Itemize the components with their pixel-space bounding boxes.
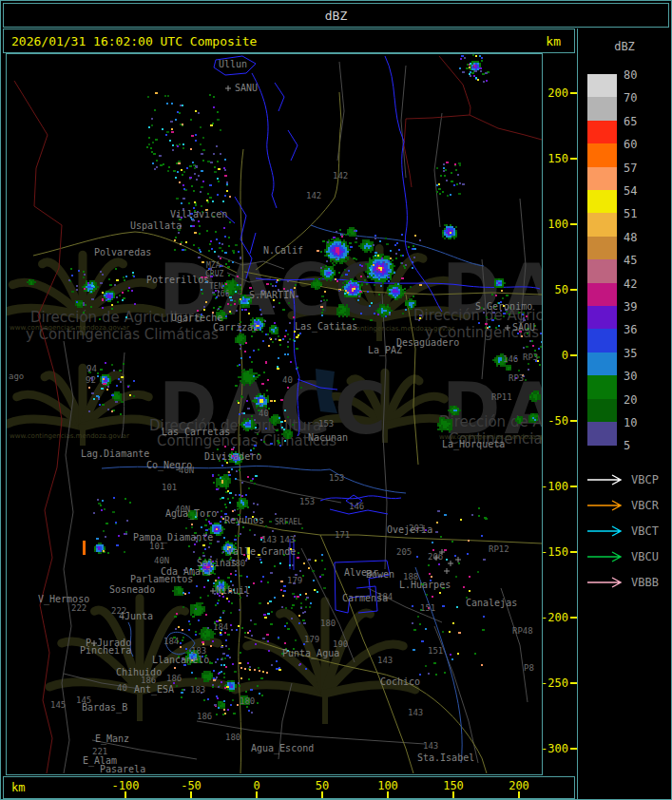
y-axis-tick bbox=[570, 617, 577, 619]
vector-legend-row: VBCU bbox=[586, 549, 671, 564]
x-axis-tick-label: 150 bbox=[443, 779, 464, 792]
dbz-scale-label: 54 bbox=[624, 184, 652, 198]
map-place-label: 180 bbox=[240, 696, 255, 706]
map-place-label: Ullun bbox=[219, 59, 247, 69]
station-marker-icon bbox=[448, 561, 453, 566]
map-place-label: 143 bbox=[377, 656, 393, 665]
vector-legend-row: VBCR bbox=[586, 498, 671, 513]
map-place-label: Uspallata bbox=[130, 220, 182, 231]
y-axis-tick bbox=[570, 682, 577, 684]
vector-arrow-icon bbox=[586, 576, 625, 589]
map-place-label: SRFAEL bbox=[275, 518, 302, 526]
map-line-feature bbox=[434, 113, 442, 227]
station-marker-icon bbox=[444, 568, 450, 574]
dbz-swatch bbox=[587, 97, 617, 121]
dbz-scale-label: 57 bbox=[624, 162, 652, 175]
map-place-label: Polvaredas bbox=[94, 247, 151, 257]
map-place-label: 40N bbox=[179, 466, 194, 475]
dbz-scale-label: 5 bbox=[624, 439, 652, 452]
map-place-label: Pasarela bbox=[100, 764, 145, 774]
watermark-url: www.contingencias.mendoza.gov.ar bbox=[10, 432, 129, 440]
dbz-swatch bbox=[587, 167, 617, 191]
x-axis-tick-label: -100 bbox=[112, 779, 140, 792]
map-place-label: 143 bbox=[408, 708, 423, 717]
map-place-label: Agua_Toro bbox=[165, 508, 217, 520]
x-axis-unit-label: km bbox=[11, 781, 25, 794]
y-axis-tick-label: -250 bbox=[541, 676, 568, 690]
station-marker-icon bbox=[455, 557, 461, 562]
legend-panel: dBZ 807065605754514845423936353020105 VB… bbox=[577, 29, 671, 799]
map-place-label: 146 bbox=[503, 354, 518, 364]
y-axis-tick bbox=[570, 354, 577, 356]
map-place-label: Potrerillos bbox=[146, 275, 209, 285]
map-line-feature bbox=[404, 56, 542, 187]
vector-arrow-icon bbox=[586, 473, 625, 486]
map-place-label: Carrizal bbox=[213, 322, 259, 333]
dbz-scale-label: 51 bbox=[624, 207, 652, 220]
map-place-label: Divisadero bbox=[204, 451, 261, 462]
map-line-feature bbox=[102, 466, 330, 470]
map-place-label: 142 bbox=[333, 171, 348, 181]
y-axis-tick-label: 200 bbox=[547, 86, 568, 100]
vector-label: VBCT bbox=[631, 524, 659, 538]
map-place-label: 222 bbox=[71, 603, 86, 613]
dbz-swatch bbox=[587, 283, 617, 307]
dbz-scale-label: 60 bbox=[624, 138, 652, 151]
map-place-label: SAOU bbox=[512, 322, 535, 333]
radar-map-canvas: DACCDACCDACCDACCDirección de Agricultura… bbox=[7, 54, 542, 774]
map-place-label: Ant_ESA bbox=[134, 684, 174, 695]
x-axis-tick bbox=[125, 791, 126, 798]
map-place-label: 180 bbox=[230, 559, 245, 568]
x-axis: km -100-50050100150200 bbox=[3, 776, 575, 799]
vector-label: VBBB bbox=[631, 576, 659, 589]
radar-map[interactable]: DACCDACCDACCDACCDirección de Agricultura… bbox=[6, 53, 543, 775]
y-axis-tick-label: 150 bbox=[547, 152, 568, 165]
map-place-label: 101 bbox=[162, 483, 177, 492]
x-axis-tick bbox=[387, 791, 389, 798]
vector-label: VBCP bbox=[631, 473, 659, 486]
dbz-scale-label: 20 bbox=[624, 393, 652, 407]
dbz-swatch bbox=[587, 352, 617, 376]
map-place-label: Las_Carretas bbox=[162, 427, 230, 438]
map-place-label: 186 bbox=[197, 712, 212, 721]
x-axis-tick bbox=[256, 791, 258, 798]
map-place-label: Nihuil bbox=[216, 585, 250, 596]
dbz-swatch bbox=[587, 121, 617, 144]
y-axis-tick bbox=[570, 92, 577, 94]
y-axis-unit-label: km bbox=[546, 34, 561, 48]
map-place-label: RP3 bbox=[509, 373, 524, 383]
x-axis-tick-label: 0 bbox=[253, 779, 259, 792]
map-place-label: 166 bbox=[216, 290, 230, 298]
y-axis-tick-label: -100 bbox=[541, 480, 568, 493]
map-place-label: 94 bbox=[86, 364, 97, 373]
map-line-feature bbox=[275, 83, 298, 161]
y-axis: 200150100500-50-100-150-200-250-300 bbox=[544, 53, 577, 775]
map-place-label: Bardas_B bbox=[82, 702, 127, 714]
map-place-label: Nacunan bbox=[308, 432, 348, 443]
y-axis-tick bbox=[570, 223, 577, 225]
map-line-feature bbox=[14, 81, 62, 773]
x-axis-tick-label: 50 bbox=[316, 779, 329, 792]
map-place-label: Reyunos bbox=[224, 515, 264, 525]
map-place-label: Bowen bbox=[366, 569, 394, 580]
y-axis-tick bbox=[570, 289, 577, 291]
map-place-label: 40N bbox=[154, 556, 169, 565]
map-place-label: 186 bbox=[166, 674, 182, 683]
y-axis-tick-label: -200 bbox=[541, 611, 568, 624]
dbz-swatch bbox=[587, 329, 617, 352]
vector-arrow-icon bbox=[586, 499, 625, 512]
map-place-label: Pampa_Diamante bbox=[133, 532, 213, 543]
map-place-label: SANU bbox=[235, 83, 258, 93]
dbz-swatch bbox=[587, 306, 617, 330]
map-place-label: 40 bbox=[117, 683, 127, 693]
map-place-label: Lag.Diamante bbox=[81, 448, 149, 459]
y-axis-tick bbox=[570, 748, 577, 750]
map-place-label: 4Junta bbox=[119, 611, 153, 621]
dbz-scale-label: 65 bbox=[624, 115, 652, 128]
map-place-label: 146 bbox=[349, 502, 364, 511]
map-place-label: ago bbox=[9, 371, 24, 381]
watermark-url: www.contingencias.mendoza.gov.ar bbox=[10, 324, 129, 332]
map-place-label: 40N bbox=[175, 505, 190, 514]
map-place-label: 180 bbox=[320, 619, 336, 628]
vector-legend-row: VBBB bbox=[586, 575, 671, 590]
